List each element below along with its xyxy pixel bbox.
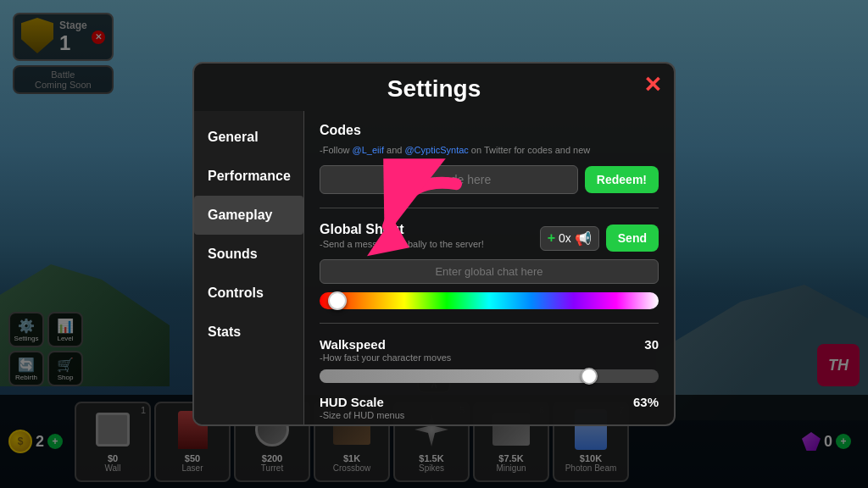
hud-left: HUD Scale -Size of HUD menus	[320, 395, 404, 420]
sidebar-item-controls[interactable]: Controls	[194, 274, 303, 313]
send-button[interactable]: Send	[606, 225, 659, 252]
sidebar-item-performance[interactable]: Performance	[194, 157, 303, 196]
walkspeed-left: Walkspeed -How fast your character moves	[320, 337, 451, 363]
shout-title: Global Shout	[320, 222, 484, 237]
codes-row: Redeem!	[320, 165, 659, 194]
code-input[interactable]	[320, 165, 578, 194]
megaphone-icon: 📢	[575, 230, 592, 247]
walkspeed-header: Walkspeed -How fast your character moves…	[320, 337, 659, 363]
settings-modal: Settings ✕ General Performance Gameplay …	[192, 62, 676, 426]
sidebar-item-gameplay[interactable]: Gameplay	[194, 196, 303, 235]
hud-value: 63%	[633, 395, 659, 409]
codes-title: Codes	[320, 123, 659, 138]
modal-overlay: Settings ✕ General Performance Gameplay …	[0, 0, 868, 488]
sidebar-item-stats[interactable]: Stats	[194, 313, 303, 352]
rainbow-slider-container	[320, 292, 659, 309]
chat-input[interactable]	[320, 259, 659, 284]
modal-sidebar: General Performance Gameplay Sounds Cont…	[194, 111, 304, 424]
section-divider-2	[320, 323, 659, 324]
shout-plus-icon[interactable]: +	[548, 230, 555, 246]
sidebar-item-sounds[interactable]: Sounds	[194, 235, 303, 274]
redeem-button[interactable]: Redeem!	[585, 166, 659, 193]
walkspeed-fill	[320, 369, 591, 383]
modal-body: General Performance Gameplay Sounds Cont…	[194, 111, 674, 424]
shout-count: 0x	[559, 231, 571, 245]
modal-close-button[interactable]: ✕	[643, 74, 662, 96]
codes-section: Codes -Follow @L_eiif and @CypticSyntac …	[320, 123, 659, 194]
walkspeed-value: 30	[644, 337, 659, 352]
section-divider	[320, 208, 659, 208]
global-shout-section: Global Shout -Send a message globally to…	[320, 222, 659, 309]
shout-subtitle: -Send a message globally to the server!	[320, 239, 484, 249]
codes-subtitle: -Follow @L_eiif and @CypticSyntac on Twi…	[320, 145, 659, 155]
modal-main-content: Codes -Follow @L_eiif and @CypticSyntac …	[304, 111, 674, 424]
shout-controls: + 0x 📢 Send	[540, 225, 659, 252]
walkspeed-slider[interactable]	[320, 369, 659, 383]
hud-desc: -Size of HUD menus	[320, 410, 404, 420]
sidebar-item-general[interactable]: General	[194, 118, 303, 157]
walkspeed-title: Walkspeed	[320, 337, 386, 352]
walkspeed-section: Walkspeed -How fast your character moves…	[320, 337, 659, 383]
walkspeed-desc: -How fast your character moves	[320, 352, 451, 363]
walkspeed-thumb[interactable]	[581, 368, 598, 385]
rainbow-slider[interactable]	[320, 292, 659, 309]
hud-scale-section: HUD Scale -Size of HUD menus 63%	[320, 395, 659, 424]
hud-header: HUD Scale -Size of HUD menus 63%	[320, 395, 659, 420]
shout-counter: + 0x 📢	[540, 226, 599, 251]
hud-title: HUD Scale	[320, 395, 384, 409]
rainbow-slider-thumb[interactable]	[328, 291, 347, 310]
modal-title: Settings	[194, 64, 674, 111]
shout-header: Global Shout -Send a message globally to…	[320, 222, 484, 254]
